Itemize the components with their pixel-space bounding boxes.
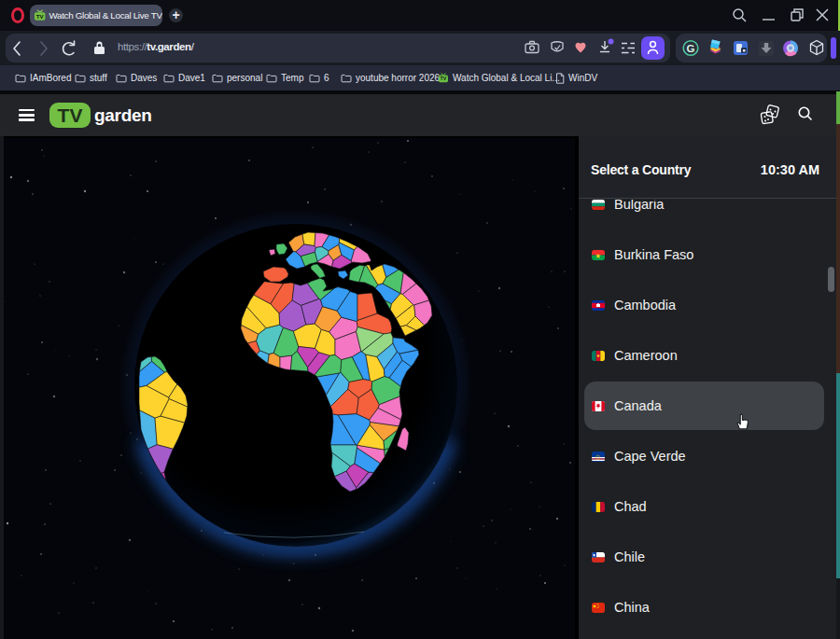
svg-text:G: G <box>687 43 695 54</box>
svg-text:TV: TV <box>441 76 447 81</box>
svg-text:TV: TV <box>36 13 45 20</box>
